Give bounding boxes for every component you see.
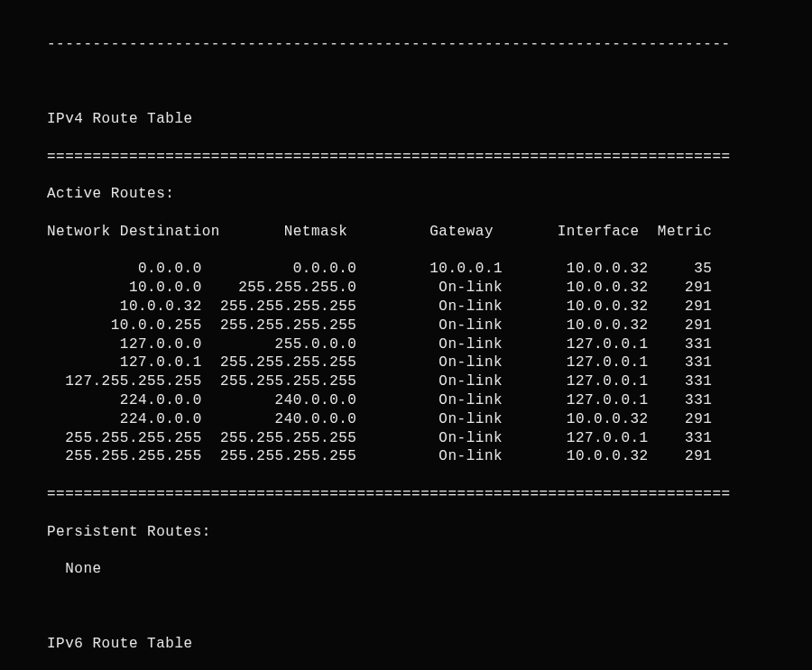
ipv4-route-row: 10.0.0.32 255.255.255.255 On-link 10.0.0… bbox=[47, 298, 790, 317]
rule-thick: ========================================… bbox=[47, 148, 790, 167]
ipv4-header-row: Network Destination Netmask Gateway Inte… bbox=[47, 223, 790, 242]
ipv4-route-row: 10.0.0.0 255.255.255.0 On-link 10.0.0.32… bbox=[47, 279, 790, 298]
ipv6-title: IPv6 Route Table bbox=[47, 635, 790, 654]
ipv4-route-row: 255.255.255.255 255.255.255.255 On-link … bbox=[47, 447, 790, 466]
ipv4-route-row: 127.0.0.1 255.255.255.255 On-link 127.0.… bbox=[47, 353, 790, 372]
ipv4-route-row: 224.0.0.0 240.0.0.0 On-link 127.0.0.1 33… bbox=[47, 391, 790, 410]
ipv4-route-row: 10.0.0.255 255.255.255.255 On-link 10.0.… bbox=[47, 317, 790, 335]
ipv4-rows: 0.0.0.0 0.0.0.0 10.0.0.1 10.0.0.32 35 10… bbox=[47, 260, 790, 466]
ipv4-persistent-label: Persistent Routes: bbox=[47, 523, 790, 542]
rule-thick: ========================================… bbox=[47, 485, 790, 504]
ipv4-persistent-value: None bbox=[47, 560, 790, 579]
ipv4-route-row: 224.0.0.0 240.0.0.0 On-link 10.0.0.32 29… bbox=[47, 410, 790, 429]
ipv4-route-row: 0.0.0.0 0.0.0.0 10.0.0.1 10.0.0.32 35 bbox=[47, 260, 790, 279]
ipv4-active-label: Active Routes: bbox=[47, 185, 790, 204]
terminal-output: ----------------------------------------… bbox=[0, 0, 812, 670]
rule-dash: ----------------------------------------… bbox=[47, 35, 790, 54]
ipv4-route-row: 127.0.0.0 255.0.0.0 On-link 127.0.0.1 33… bbox=[47, 335, 790, 354]
ipv4-title: IPv4 Route Table bbox=[47, 110, 790, 129]
blank-line bbox=[47, 72, 790, 91]
ipv4-route-row: 255.255.255.255 255.255.255.255 On-link … bbox=[47, 429, 790, 448]
blank-line bbox=[47, 598, 790, 617]
ipv4-route-row: 127.255.255.255 255.255.255.255 On-link … bbox=[47, 372, 790, 391]
